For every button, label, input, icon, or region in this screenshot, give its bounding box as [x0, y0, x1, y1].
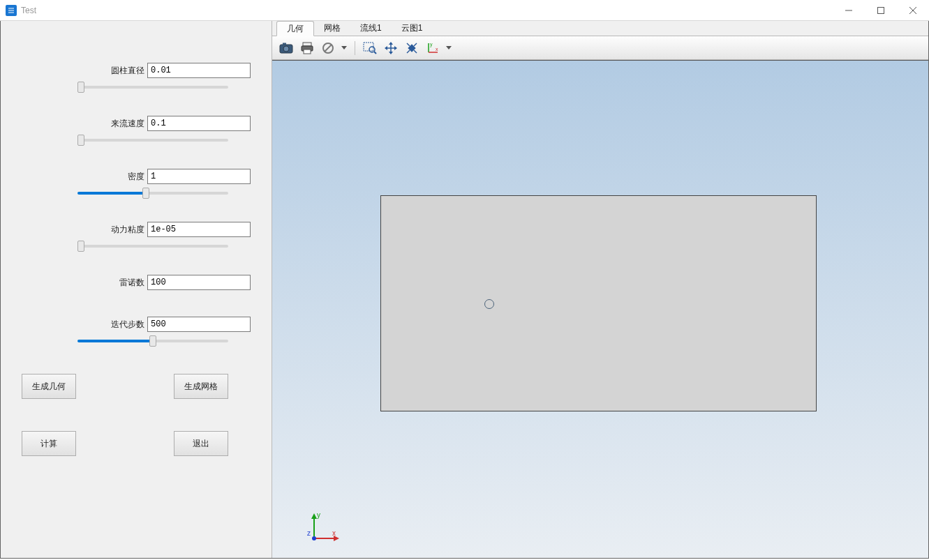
- content: 圆柱直径 来流速度 密度: [0, 21, 929, 559]
- tab-streamline1[interactable]: 流线1: [350, 21, 392, 36]
- svg-line-24: [407, 43, 410, 46]
- window-title: Test: [21, 6, 36, 15]
- svg-point-15: [369, 47, 375, 52]
- button-grid: 生成几何 生成网格 计算 退出: [22, 374, 251, 456]
- tabs: 几何 网格 流线1 云图1: [272, 21, 928, 36]
- axis-z-label: z: [307, 529, 311, 537]
- svg-marker-19: [389, 42, 393, 45]
- label-dynamic-viscosity: 动力粘度: [97, 224, 144, 236]
- slider-cylinder-diameter[interactable]: [77, 86, 228, 89]
- right-panel: 几何 网格 流线1 云图1: [272, 21, 928, 558]
- gen-geometry-button[interactable]: 生成几何: [22, 374, 76, 399]
- svg-line-16: [374, 52, 376, 54]
- svg-text:x: x: [436, 47, 438, 52]
- camera-icon[interactable]: [276, 39, 296, 57]
- left-panel: 圆柱直径 来流速度 密度: [1, 21, 272, 558]
- svg-point-6: [283, 46, 289, 52]
- svg-marker-22: [394, 46, 397, 50]
- svg-point-37: [312, 536, 316, 540]
- separator-icon: [349, 39, 360, 57]
- param-inflow-velocity: 来流速度: [22, 116, 251, 145]
- input-inflow-velocity[interactable]: [147, 116, 251, 131]
- param-density: 密度: [22, 169, 251, 198]
- gen-mesh-button[interactable]: 生成网格: [174, 374, 228, 399]
- svg-line-25: [414, 43, 417, 46]
- label-cylinder-diameter: 圆柱直径: [97, 65, 144, 77]
- axis-view-dropdown[interactable]: [444, 39, 454, 57]
- label-reynolds-number: 雷诺数: [97, 277, 144, 289]
- svg-marker-34: [311, 513, 317, 519]
- input-iteration-steps[interactable]: [147, 317, 251, 332]
- forbid-icon[interactable]: [318, 39, 338, 57]
- app-icon: [6, 5, 17, 16]
- input-dynamic-viscosity[interactable]: [147, 222, 251, 237]
- svg-rect-2: [878, 7, 884, 13]
- axis-y-label: y: [317, 512, 320, 519]
- input-density[interactable]: [147, 169, 251, 184]
- slider-dynamic-viscosity[interactable]: [77, 245, 228, 248]
- tab-geometry[interactable]: 几何: [276, 21, 314, 36]
- svg-marker-20: [389, 52, 393, 54]
- label-inflow-velocity: 来流速度: [97, 118, 144, 130]
- param-cylinder-diameter: 圆柱直径: [22, 63, 251, 92]
- toolbar: yx: [272, 36, 928, 60]
- forbid-dropdown[interactable]: [339, 39, 349, 57]
- svg-marker-21: [385, 46, 387, 50]
- svg-line-12: [325, 45, 332, 52]
- zoom-box-icon[interactable]: [360, 39, 380, 57]
- fit-icon[interactable]: [402, 39, 422, 57]
- svg-text:y: y: [430, 42, 433, 47]
- pan-icon[interactable]: [381, 39, 401, 57]
- param-iteration-steps: 迭代步数: [22, 317, 251, 346]
- svg-line-27: [414, 50, 417, 53]
- label-iteration-steps: 迭代步数: [97, 319, 144, 331]
- axis-x-label: x: [332, 529, 336, 537]
- svg-rect-7: [283, 43, 286, 45]
- axis-gizmo: y x z: [307, 512, 342, 545]
- viewport[interactable]: y x z: [272, 60, 928, 558]
- svg-marker-13: [341, 46, 347, 50]
- close-button[interactable]: [897, 0, 929, 20]
- label-density: 密度: [97, 171, 144, 183]
- param-dynamic-viscosity: 动力粘度: [22, 222, 251, 251]
- param-reynolds-number: 雷诺数: [22, 275, 251, 293]
- svg-marker-32: [446, 46, 452, 50]
- slider-density[interactable]: [77, 192, 228, 195]
- axis-view-icon[interactable]: yx: [423, 39, 443, 57]
- geometry-cylinder: [484, 299, 494, 309]
- input-reynolds-number[interactable]: [147, 275, 251, 290]
- maximize-button[interactable]: [865, 0, 897, 20]
- svg-rect-10: [304, 50, 311, 54]
- window-controls: [833, 0, 929, 20]
- slider-iteration-steps[interactable]: [77, 340, 228, 342]
- svg-rect-8: [303, 43, 311, 46]
- exit-button[interactable]: 退出: [174, 431, 228, 456]
- tab-mesh[interactable]: 网格: [314, 21, 350, 36]
- tab-contour1[interactable]: 云图1: [392, 21, 433, 36]
- print-icon[interactable]: [297, 39, 317, 57]
- compute-button[interactable]: 计算: [22, 431, 76, 456]
- minimize-button[interactable]: [833, 0, 865, 20]
- input-cylinder-diameter[interactable]: [147, 63, 251, 78]
- slider-inflow-velocity[interactable]: [77, 139, 228, 142]
- geometry-box: [380, 195, 817, 411]
- titlebar: Test: [0, 0, 929, 21]
- svg-line-26: [407, 50, 410, 53]
